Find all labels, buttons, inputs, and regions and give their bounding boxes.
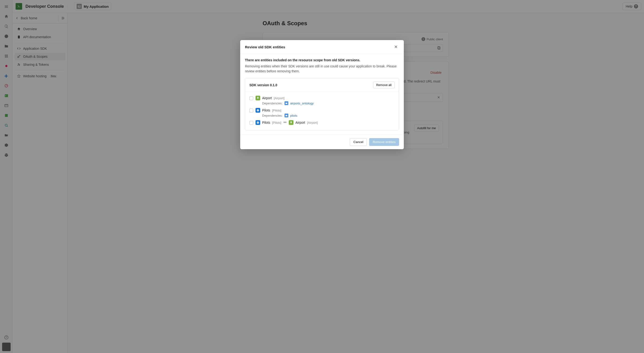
entity-api-name: [Pilots] [272,121,281,124]
entity-name: Pilots [262,108,270,112]
entity-name: Airport [295,121,305,124]
sdk-version-label: SDK version 0.1.0 [250,83,277,87]
table-icon [284,114,288,117]
entity-api-name: [Airport] [307,121,318,124]
entity-checkbox[interactable] [250,109,253,112]
entity-checkbox[interactable] [250,121,253,125]
link-icon [283,120,287,125]
modal-description: Removing entities when their SDK version… [245,64,399,74]
close-modal-button[interactable]: ✕ [393,44,399,50]
entity-row: Airport[Airport]Dependencies:airports_on… [250,94,394,106]
svg-rect-17 [286,102,287,103]
entity-checkbox[interactable] [250,96,253,100]
svg-point-21 [286,122,286,123]
object-cube-icon [256,120,260,125]
entity-row: Pilots[Pilots]Dependencies:pilots [250,106,394,119]
svg-rect-19 [286,115,287,115]
entity-row: Pilots[Pilots]Airport[Airport] [250,119,394,126]
dependency-link[interactable]: pilots [290,114,297,117]
remove-entities-button[interactable]: Remove entities [369,138,399,146]
location-pin-icon [289,120,294,125]
modal-heading: There are entities included on the resou… [245,58,399,62]
entity-name: Pilots [262,121,270,124]
svg-point-20 [284,122,285,123]
dependency-link[interactable]: airports_ontology [290,102,314,105]
review-entities-modal: Review old SDK entities ✕ There are enti… [240,40,404,149]
dependencies-label: Dependencies: [262,102,283,105]
location-pin-icon [256,96,260,100]
cancel-button[interactable]: Cancel [350,138,367,146]
entity-api-name: [Pilots] [272,109,281,112]
dependencies-label: Dependencies: [262,114,283,117]
modal-title: Review old SDK entities [245,45,285,49]
entity-api-name: [Airport] [274,96,284,100]
remove-all-button[interactable]: Remove all [373,82,394,88]
table-icon [284,101,288,105]
entity-name: Airport [262,96,272,100]
modal-overlay: Review old SDK entities ✕ There are enti… [0,0,644,353]
object-cube-icon [256,108,260,113]
